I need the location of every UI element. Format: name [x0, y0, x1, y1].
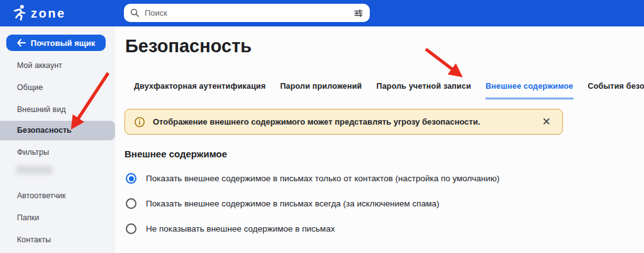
option-label: Показать внешнее содержимое в письмах то… [146, 173, 499, 184]
sidebar-item-contacts[interactable]: Контакты [17, 235, 51, 245]
security-warning-banner: Отображение внешнего содержимого может п… [125, 109, 563, 135]
security-settings-panel: Безопасность Двухфакторная аутентификаци… [115, 26, 644, 253]
option-always-show[interactable]: Показать внешнее содержимое в письмах вс… [126, 198, 499, 209]
section-title: Внешнее содержимое [125, 149, 227, 159]
radio-selected-icon[interactable] [126, 173, 136, 184]
brand-name: zone [31, 7, 66, 21]
option-label: Показать внешнее содержимое в письмах вс… [146, 198, 439, 209]
search-icon [130, 8, 140, 18]
settings-sidebar: Почтовый ящик Мой аккаунт Общие Внешний … [0, 26, 115, 253]
radio-unselected-icon[interactable] [126, 223, 136, 234]
sidebar-item-appearance[interactable]: Внешний вид [17, 104, 65, 115]
option-label: Не показывать внешнее содержимое в письм… [146, 223, 335, 234]
tab-app-passwords[interactable]: Пароли приложений [280, 82, 362, 99]
back-arrow-icon [17, 39, 26, 47]
running-person-icon [11, 4, 26, 23]
back-button-label: Почтовый ящик [31, 38, 95, 48]
sidebar-item-folders[interactable]: Папки [17, 213, 39, 223]
sidebar-item-security[interactable]: Безопасность [17, 125, 72, 135]
topbar: zone [0, 0, 644, 26]
sidebar-item-my-account[interactable]: Мой аккаунт [17, 60, 62, 70]
sidebar-item-redacted[interactable] [16, 166, 53, 174]
radio-unselected-icon[interactable] [126, 198, 136, 209]
tab-security-events[interactable]: События безопасности [588, 82, 644, 99]
sidebar-item-filters[interactable]: Фильтры [17, 147, 49, 157]
option-never-show[interactable]: Не показывать внешнее содержимое в письм… [126, 223, 499, 234]
sidebar-item-autoresponder[interactable]: Автоответчик [17, 191, 65, 201]
external-content-options: Показать внешнее содержимое в письмах то… [126, 173, 499, 249]
sidebar-item-general[interactable]: Общие [17, 82, 43, 93]
search-filters-icon[interactable] [353, 8, 364, 18]
brand-logo[interactable]: zone [11, 4, 66, 23]
info-icon [134, 116, 145, 128]
tab-account-password[interactable]: Пароль учетной записи [376, 82, 471, 99]
tab-two-factor[interactable]: Двухфакторная аутентификация [134, 82, 265, 99]
tab-external-content[interactable]: Внешнее содержимое [486, 82, 573, 99]
search-bar[interactable] [124, 4, 370, 22]
search-input[interactable] [145, 8, 348, 18]
security-tabs: Двухфакторная аутентификация Пароли прил… [134, 82, 644, 99]
option-contacts-only[interactable]: Показать внешнее содержимое в письмах то… [126, 173, 499, 184]
page-title: Безопасность [125, 36, 252, 57]
close-icon[interactable]: ✕ [540, 115, 553, 128]
banner-text: Отображение внешнего содержимого может п… [153, 117, 532, 126]
back-to-mailbox-button[interactable]: Почтовый ящик [6, 35, 106, 51]
settings-screen: zone [0, 0, 644, 253]
